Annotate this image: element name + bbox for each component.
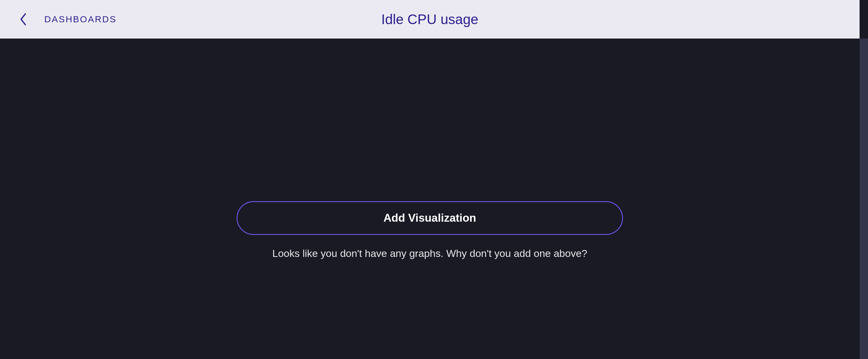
main-content: Add Visualization Looks like you don't h… <box>0 38 868 359</box>
chevron-left-icon <box>19 13 28 26</box>
back-to-dashboards[interactable]: DASHBOARDS <box>0 13 117 26</box>
header-bar: DASHBOARDS Idle CPU usage <box>0 0 868 38</box>
add-visualization-button[interactable]: Add Visualization <box>237 201 623 235</box>
back-label: DASHBOARDS <box>44 14 117 24</box>
page-title: Idle CPU usage <box>381 11 478 27</box>
empty-state-hint: Looks like you don't have any graphs. Wh… <box>272 248 587 259</box>
